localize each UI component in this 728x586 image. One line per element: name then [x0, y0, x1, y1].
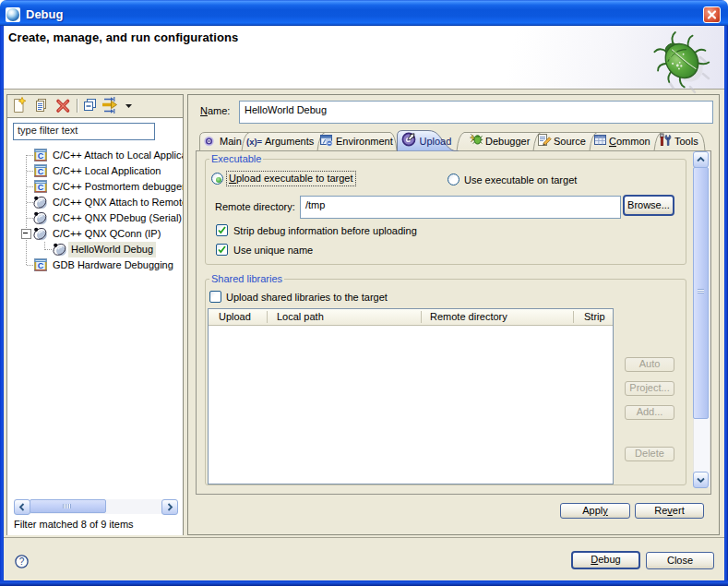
svg-text:Debugger: Debugger: [485, 136, 531, 147]
svg-text:Main: Main: [220, 136, 242, 147]
svg-text:Upload: Upload: [420, 136, 452, 147]
svg-text:(x)=: (x)=: [246, 137, 263, 147]
svg-text:Common: Common: [609, 136, 650, 147]
svg-text:Source: Source: [554, 136, 586, 147]
svg-text:C: C: [38, 151, 44, 161]
svg-text:C: C: [38, 167, 44, 176]
svg-text:C: C: [38, 261, 44, 270]
svg-text:C: C: [38, 183, 44, 192]
svg-text:Environment: Environment: [336, 136, 393, 147]
svg-text:Tools: Tools: [674, 136, 698, 147]
svg-text:Arguments: Arguments: [265, 136, 315, 147]
svg-text:?: ?: [19, 556, 25, 567]
